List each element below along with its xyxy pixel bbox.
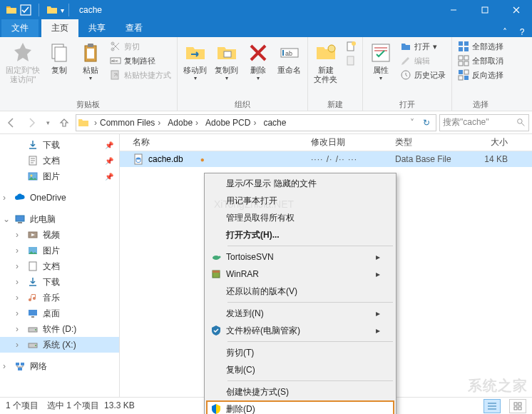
back-button[interactable] <box>3 114 20 131</box>
breadcrumb-seg[interactable]: Adobe PCD <box>205 118 250 128</box>
tab-share[interactable]: 共享 <box>78 19 116 37</box>
up-button[interactable] <box>56 114 73 131</box>
column-headers[interactable]: 名称 修改日期 类型 大小 <box>120 134 532 151</box>
search-input[interactable]: 搜索"cache" <box>439 114 529 131</box>
expander-icon[interactable]: › <box>16 277 23 287</box>
qat-dropdown-icon[interactable]: ▾ <box>61 6 64 14</box>
expander-icon[interactable]: › <box>16 246 23 256</box>
col-size[interactable]: 大小 <box>469 136 512 148</box>
svg-rect-1 <box>482 7 488 13</box>
recent-dropdown-icon[interactable]: ▾ <box>43 114 53 131</box>
menu-item-showhide[interactable]: 显示/不显示 隐藏的文件 <box>206 175 394 192</box>
menu-item-delete[interactable]: 删除(D) <box>206 400 394 414</box>
breadcrumb-seg[interactable]: Adobe <box>168 118 193 128</box>
sidebar-item-drive-x[interactable]: ›系统 (X:) <box>0 337 119 353</box>
sidebar-item-documents[interactable]: 文档📌 <box>0 153 119 168</box>
col-name[interactable]: 名称 <box>128 136 307 148</box>
view-large-button[interactable] <box>509 399 526 413</box>
expander-icon[interactable]: › <box>16 261 23 271</box>
paste-shortcut-button[interactable]: 粘贴快捷方式 <box>108 69 173 81</box>
copy-path-button[interactable]: abc复制路径 <box>108 54 173 67</box>
help-icon[interactable]: ? <box>512 27 532 37</box>
qat-checkbox-icon[interactable] <box>20 4 31 16</box>
status-selected: 选中 1 个项目 13.3 KB <box>47 400 135 412</box>
menu-item-open-with[interactable]: 打开方式(H)... <box>206 226 394 243</box>
menu-item-shortcut[interactable]: 创建快捷方式(S) <box>206 383 394 400</box>
navigation-pane[interactable]: 下载📌 文档📌 图片📌 ›OneDrive ⌄此电脑 ›视频 ›图片 ›文档 ›… <box>0 134 120 397</box>
breadcrumb[interactable]: ›Common Files› Adobe› Adobe PCD› cache ˅… <box>76 114 436 131</box>
menu-item-tortoise[interactable]: TortoiseSVN▸ <box>206 248 394 266</box>
maximize-button[interactable] <box>469 0 501 20</box>
refresh-icon[interactable]: ↻ <box>419 118 434 128</box>
sidebar-item-downloads2[interactable]: ›下载 <box>0 274 119 290</box>
expander-icon[interactable]: › <box>16 340 23 350</box>
qat-folder-icon[interactable] <box>46 4 58 16</box>
tab-file[interactable]: 文件 <box>1 19 39 37</box>
copy-button[interactable]: 复制 <box>44 39 74 96</box>
properties-button[interactable]: 属性▾ <box>366 39 396 96</box>
expander-icon[interactable]: › <box>16 293 23 303</box>
new-item-button[interactable] <box>344 40 358 53</box>
select-none-button[interactable]: 全部取消 <box>456 54 505 67</box>
menu-item-shred[interactable]: 文件粉碎(电脑管家)▸ <box>206 322 394 339</box>
col-type[interactable]: 类型 <box>391 136 469 148</box>
sidebar-item-onedrive[interactable]: ›OneDrive <box>0 190 119 206</box>
col-date[interactable]: 修改日期 <box>307 136 391 148</box>
sidebar-item-pictures2[interactable]: ›图片 <box>0 243 119 258</box>
ribbon-collapse-icon[interactable]: ˄ <box>498 27 512 37</box>
pc-icon <box>14 213 26 225</box>
sidebar-item-drive-d[interactable]: ›软件 (D:) <box>0 321 119 337</box>
view-details-button[interactable] <box>484 399 501 413</box>
forward-button[interactable] <box>23 114 40 131</box>
menu-item-admin-take[interactable]: 管理员取得所有权 <box>206 209 394 226</box>
pin-quick-access-button[interactable]: 固定到"快 速访问" <box>3 39 43 96</box>
uac-shield-icon <box>210 403 222 414</box>
menu-item-restore[interactable]: 还原以前的版本(V) <box>206 283 394 300</box>
cut-button[interactable]: 剪切 <box>108 40 173 53</box>
minimize-button[interactable] <box>438 0 469 20</box>
drive-icon <box>27 323 39 335</box>
easy-access-button[interactable] <box>344 54 358 67</box>
new-folder-button[interactable]: 新建 文件夹 <box>311 39 341 96</box>
close-button[interactable] <box>501 0 532 20</box>
rename-button[interactable]: ab重命名 <box>275 39 305 96</box>
expander-icon[interactable]: › <box>16 324 23 334</box>
breadcrumb-seg[interactable]: Common Files <box>100 118 155 128</box>
move-to-button[interactable]: 移动到▾ <box>180 39 210 96</box>
menu-item-cut[interactable]: 剪切(T) <box>206 344 394 361</box>
svg-rect-30 <box>459 70 463 74</box>
select-all-button[interactable]: 全部选择 <box>456 40 505 53</box>
expander-icon[interactable]: › <box>16 308 23 318</box>
sidebar-item-thispc[interactable]: ⌄此电脑 <box>0 211 119 227</box>
sidebar-item-desktop[interactable]: ›桌面 <box>0 306 119 321</box>
menu-item-open-notepad[interactable]: 用记事本打开 <box>206 192 394 209</box>
expander-icon[interactable]: ⌄ <box>3 214 10 224</box>
paste-button[interactable]: 粘贴 ▾ <box>76 39 106 96</box>
sidebar-item-network[interactable]: ›网络 <box>0 358 119 374</box>
open-button[interactable]: 打开 ▾ <box>399 40 447 53</box>
expander-icon[interactable]: › <box>3 193 10 203</box>
breadcrumb-seg[interactable]: cache <box>263 118 286 128</box>
delete-button[interactable]: 删除▾ <box>243 39 273 96</box>
sidebar-item-documents2[interactable]: ›文档 <box>0 258 119 274</box>
sidebar-item-downloads[interactable]: 下载📌 <box>0 137 119 153</box>
sidebar-item-pictures[interactable]: 图片📌 <box>0 168 119 184</box>
expander-icon[interactable]: › <box>16 230 23 240</box>
menu-item-winrar[interactable]: WinRAR▸ <box>206 266 394 283</box>
sidebar-item-videos[interactable]: ›视频 <box>0 227 119 243</box>
menu-item-copy[interactable]: 复制(C) <box>206 361 394 378</box>
address-dropdown-icon[interactable]: ˅ <box>406 118 419 128</box>
svg-rect-23 <box>464 41 469 46</box>
tab-home[interactable]: 主页 <box>41 19 78 37</box>
file-row[interactable]: cache.db ● ···· /· /·· ··· Data Base Fil… <box>120 151 532 167</box>
edit-button[interactable]: 编辑 <box>399 54 447 67</box>
sidebar-item-music[interactable]: ›音乐 <box>0 290 119 306</box>
expander-icon[interactable]: › <box>3 361 10 371</box>
copy-to-button[interactable]: 复制到▾ <box>212 39 242 96</box>
tab-view[interactable]: 查看 <box>116 19 153 37</box>
svg-text:ab: ab <box>285 50 292 57</box>
svg-rect-6 <box>87 49 94 59</box>
history-button[interactable]: 历史记录 <box>399 69 447 81</box>
invert-selection-button[interactable]: 反向选择 <box>456 69 505 81</box>
menu-item-sendto[interactable]: 发送到(N)▸ <box>206 305 394 322</box>
